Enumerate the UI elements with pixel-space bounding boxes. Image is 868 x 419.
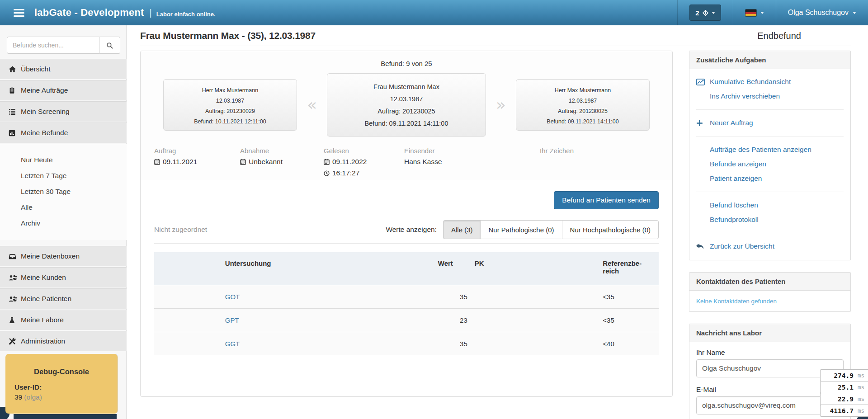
link-kumulative-befundansicht[interactable]: Kumulative Befundansicht <box>696 75 844 89</box>
right-sidebar: Zusätzliche Aufgaben Kumulative Befundan… <box>689 51 851 419</box>
sidebar-item-meine-datenboxen[interactable]: Meine Datenboxen <box>0 246 127 266</box>
tasks-panel-title: Zusätzliche Aufgaben <box>689 51 850 69</box>
current-befund-card[interactable]: Frau Mustermann Max 12.03.1987 Auftrag: … <box>327 73 486 137</box>
meta-value-gelesen-time: 16:17:27 <box>332 169 359 177</box>
link-befunde-anzeigen[interactable]: Befunde anzeigen <box>696 157 844 171</box>
link-zurueck-zur-uebersicht[interactable]: Zurück zur Übersicht <box>696 239 844 254</box>
sidebar-item-meine-patienten[interactable]: Meine Patienten <box>0 288 127 309</box>
test-link-got[interactable]: GOT <box>225 293 240 301</box>
navbar: labGate - Development | Labor einfach on… <box>0 0 868 25</box>
patient-name: Herr Max Mustermann <box>516 85 649 96</box>
sidebar-item-label: Administration <box>21 337 65 345</box>
filter-divider <box>154 243 659 244</box>
link-auftraege-des-patienten[interactable]: Aufträge des Patienten anzeigen <box>696 142 844 157</box>
hamburger-menu-icon[interactable] <box>14 9 24 17</box>
meta-label-gelesen: Gelesen <box>324 147 404 155</box>
table-row: GGT 35 <40 <box>154 332 659 355</box>
home-icon <box>9 66 21 73</box>
page-header: Frau Mustermann Max - (35), 12.03.1987 E… <box>140 25 801 46</box>
befund-meta: Auftrag 09.11.2021 Abnahme Unbekannt Gel… <box>141 147 672 177</box>
pk-value <box>471 332 599 355</box>
referenz-value: <35 <box>599 308 659 332</box>
filter-alle-button[interactable]: Alle (3) <box>443 220 481 239</box>
sync-count: 2 <box>695 9 699 17</box>
user-section: Olga Schuschugov <box>776 0 868 25</box>
table-row: GPT 23 <35 <box>154 308 659 332</box>
sidebar-item-uebersicht[interactable]: Übersicht <box>0 59 127 79</box>
german-flag-icon <box>745 9 757 17</box>
wert-value: 35 <box>434 332 471 355</box>
link-neuer-auftrag[interactable]: Neuer Auftrag <box>696 116 844 130</box>
sidebar-subitem-nur-heute[interactable]: Nur Heute <box>0 152 127 168</box>
filter-hochpathologische-button[interactable]: Nur Hochpathologische (0) <box>562 220 659 239</box>
link-befund-loeschen[interactable]: Befund löschen <box>696 198 844 212</box>
sidebar-item-administration[interactable]: Administration <box>0 331 127 351</box>
sync-section: 2 <box>677 0 732 25</box>
link-patient-anzeigen[interactable]: Patient anzeigen <box>696 171 844 186</box>
previous-befund-card[interactable]: Herr Max Mustermann 12.03.1987 Auftrag: … <box>163 79 297 131</box>
sidebar-item-meine-kunden[interactable]: Meine Kunden <box>0 267 127 287</box>
patient-birthdate: 12.03.1987 <box>327 93 486 105</box>
debug-timing-overlay: 274.9 ms 25.1 ms 22.9 ms 4116.7 ms <box>820 370 868 417</box>
sidebar-item-meine-auftraege[interactable]: Meine Aufträge <box>0 80 127 100</box>
sidebar-subitem-alle[interactable]: Alle <box>0 199 127 215</box>
test-link-gpt[interactable]: GPT <box>225 316 239 324</box>
debug-user-id: 39 <box>14 393 22 401</box>
name-field-label: Ihr Name <box>696 348 844 357</box>
meta-label-auftrag: Auftrag <box>154 147 240 155</box>
header-pk: PK <box>471 252 599 285</box>
chevron-double-left-icon[interactable]: « <box>307 97 317 113</box>
sidebar-subitem-letzten-7-tage[interactable]: Letzten 7 Tage <box>0 168 127 184</box>
app-tagline: Labor einfach online. <box>156 8 216 18</box>
users-icon <box>9 296 21 302</box>
pk-value <box>471 285 599 308</box>
user-menu-dropdown[interactable]: Olga Schuschugov <box>788 9 856 17</box>
users-icon <box>9 274 21 281</box>
reply-icon <box>696 243 710 250</box>
auftrag-number: Auftrag: 201230025 <box>516 106 649 117</box>
chart-line-icon <box>696 79 710 85</box>
language-dropdown[interactable] <box>745 9 764 17</box>
debug-console-title: Debug-Console <box>5 367 118 376</box>
meta-value-gelesen-date: 09.11.2022 <box>332 158 367 166</box>
sidebar-item-label: Meine Patienten <box>21 295 71 303</box>
user-name: Olga Schuschugov <box>788 9 849 17</box>
divider <box>696 192 844 192</box>
header-indent <box>154 252 222 285</box>
carousel-counter: Befund: 9 von 25 <box>141 51 672 67</box>
sidebar-item-label: Meine Labore <box>21 316 64 324</box>
no-contact-data-link[interactable]: Keine Kontaktdaten gefunden <box>696 298 777 305</box>
meta-value-auftrag: 09.11.2021 <box>163 158 197 166</box>
befund-carousel: Befund: 9 von 25 Herr Max Mustermann 12.… <box>141 51 672 181</box>
timing-row: 274.9 ms <box>820 369 868 381</box>
wert-value: 35 <box>434 285 471 308</box>
debug-user-name: (olga) <box>24 393 42 401</box>
search-button[interactable] <box>99 37 120 54</box>
search-input[interactable] <box>7 37 99 54</box>
sidebar-subitem-letzten-30-tage[interactable]: Letzten 30 Tage <box>0 184 127 199</box>
next-befund-card[interactable]: Herr Max Mustermann 12.03.1987 Auftrag: … <box>516 79 650 131</box>
sidebar-item-label: Meine Aufträge <box>21 86 68 94</box>
link-ins-archiv-verschieben[interactable]: Ins Archiv verschieben <box>696 89 844 104</box>
test-link-ggt[interactable]: GGT <box>225 340 240 348</box>
meta-label-abnahme: Abnahme <box>240 147 324 155</box>
sync-dropdown[interactable]: 2 <box>689 5 721 21</box>
app-brand[interactable]: labGate - Development <box>34 7 144 19</box>
link-befundprotokoll[interactable]: Befundprotokoll <box>696 212 844 227</box>
calendar-icon <box>240 159 246 165</box>
meta-value-abnahme: Unbekannt <box>249 158 283 166</box>
meta-value-einsender: Hans Kasse <box>404 158 442 166</box>
chevron-down-icon <box>760 12 764 14</box>
befunde-submenu: Nur Heute Letzten 7 Tage Letzten 30 Tage… <box>0 144 127 240</box>
sidebar-item-meine-befunde[interactable]: Meine Befunde <box>0 122 127 143</box>
sidebar-item-meine-labore[interactable]: Meine Labore <box>0 310 127 330</box>
calendar-icon <box>154 159 160 165</box>
divider <box>696 233 844 233</box>
table-header-row: Untersuchung Wert PK Referenzbe-reich <box>154 252 659 285</box>
send-befund-button[interactable]: Befund an Patienten senden <box>554 191 659 209</box>
filter-pathologische-button[interactable]: Nur Pathologische (0) <box>480 220 562 239</box>
sidebar-subitem-archiv[interactable]: Archiv <box>0 215 127 231</box>
chevron-double-right-icon[interactable]: » <box>496 97 506 113</box>
section-label-nicht-zugeordnet: Nicht zugeordnet <box>154 226 207 234</box>
sidebar-item-mein-screening[interactable]: Mein Screening <box>0 101 127 122</box>
